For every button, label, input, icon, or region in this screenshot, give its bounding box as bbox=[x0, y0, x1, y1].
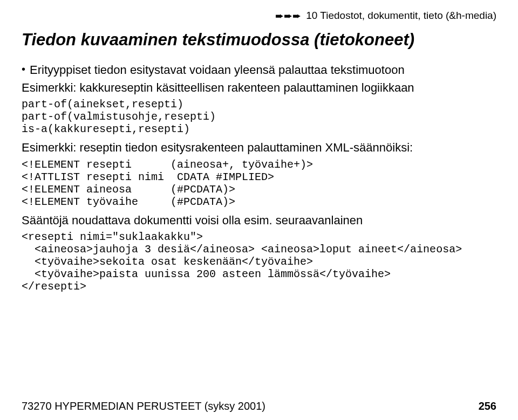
page-title: Tiedon kuvaaminen tekstimuodossa (tietok… bbox=[22, 30, 496, 50]
page: ➨➨➨ 10 Tiedostot, dokumentit, tieto (&h-… bbox=[0, 0, 518, 420]
arrow-icon: ➨➨➨ bbox=[275, 10, 301, 22]
bullet-icon: • bbox=[22, 63, 25, 75]
footer-left: 73270 HYPERMEDIAN PERUSTEET (syksy 2001) bbox=[22, 400, 265, 412]
example-1-label: Esimerkki: kakkureseptin käsitteellisen … bbox=[22, 81, 496, 95]
example-3-code: <resepti nimi="suklaakakku"> <aineosa>ja… bbox=[22, 231, 496, 293]
example-2-label: Esimerkki: reseptin tiedon esitysrakente… bbox=[22, 141, 496, 155]
example-1-code: part-of(ainekset,resepti) part-of(valmis… bbox=[22, 98, 496, 135]
bullet-text: Erityyppiset tiedon esitystavat voidaan … bbox=[30, 63, 405, 77]
body-text: Sääntöjä noudattava dokumentti voisi oll… bbox=[22, 214, 496, 228]
example-2-code: <!ELEMENT resepti (aineosa+, työvaihe+)>… bbox=[22, 159, 496, 208]
bullet-item: • Erityyppiset tiedon esitystavat voidaa… bbox=[22, 63, 496, 77]
footer-page-number: 256 bbox=[479, 400, 496, 412]
breadcrumb-text: 10 Tiedostot, dokumentit, tieto (&h-medi… bbox=[306, 10, 496, 21]
footer: 73270 HYPERMEDIAN PERUSTEET (syksy 2001)… bbox=[22, 400, 496, 412]
header-breadcrumb-line: ➨➨➨ 10 Tiedostot, dokumentit, tieto (&h-… bbox=[22, 10, 496, 22]
